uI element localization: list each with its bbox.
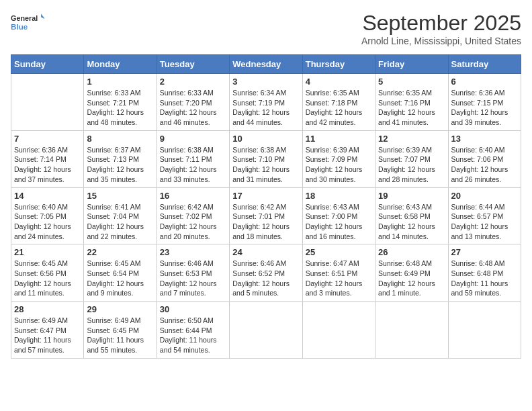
title-area: September 2025 Arnold Line, Mississippi,… bbox=[361, 11, 521, 46]
weekday-header-wednesday: Wednesday bbox=[230, 55, 302, 74]
calendar-cell: 6Sunrise: 6:36 AM Sunset: 7:15 PM Daylig… bbox=[448, 74, 521, 131]
calendar-cell: 26Sunrise: 6:48 AM Sunset: 6:49 PM Dayli… bbox=[375, 244, 448, 302]
calendar-cell: 23Sunrise: 6:46 AM Sunset: 6:53 PM Dayli… bbox=[157, 244, 229, 302]
calendar-cell: 28Sunrise: 6:49 AM Sunset: 6:47 PM Dayli… bbox=[11, 302, 84, 359]
calendar-cell: 4Sunrise: 6:35 AM Sunset: 7:18 PM Daylig… bbox=[302, 74, 375, 131]
day-number: 3 bbox=[232, 77, 299, 87]
day-info: Sunrise: 6:49 AM Sunset: 6:45 PM Dayligh… bbox=[87, 316, 153, 355]
day-info: Sunrise: 6:49 AM Sunset: 6:47 PM Dayligh… bbox=[14, 316, 81, 355]
day-info: Sunrise: 6:47 AM Sunset: 6:51 PM Dayligh… bbox=[306, 259, 372, 298]
calendar-week-row: 14Sunrise: 6:40 AM Sunset: 7:05 PM Dayli… bbox=[11, 187, 521, 244]
svg-text:Blue: Blue bbox=[11, 22, 28, 31]
day-info: Sunrise: 6:34 AM Sunset: 7:19 PM Dayligh… bbox=[232, 88, 299, 128]
logo: General Blue bbox=[11, 11, 44, 38]
calendar-cell: 27Sunrise: 6:48 AM Sunset: 6:48 PM Dayli… bbox=[448, 244, 521, 302]
calendar-table: SundayMondayTuesdayWednesdayThursdayFrid… bbox=[11, 54, 521, 359]
weekday-header-friday: Friday bbox=[375, 55, 448, 74]
day-info: Sunrise: 6:48 AM Sunset: 6:49 PM Dayligh… bbox=[378, 259, 445, 298]
day-number: 28 bbox=[14, 304, 81, 314]
day-info: Sunrise: 6:38 AM Sunset: 7:11 PM Dayligh… bbox=[160, 145, 226, 185]
day-info: Sunrise: 6:40 AM Sunset: 7:05 PM Dayligh… bbox=[14, 202, 81, 242]
day-number: 15 bbox=[87, 191, 153, 201]
calendar-cell: 15Sunrise: 6:41 AM Sunset: 7:04 PM Dayli… bbox=[84, 187, 157, 244]
day-number: 5 bbox=[378, 77, 445, 87]
day-info: Sunrise: 6:36 AM Sunset: 7:14 PM Dayligh… bbox=[14, 145, 81, 185]
day-number: 9 bbox=[160, 134, 226, 144]
day-info: Sunrise: 6:33 AM Sunset: 7:20 PM Dayligh… bbox=[160, 88, 226, 128]
day-info: Sunrise: 6:33 AM Sunset: 7:21 PM Dayligh… bbox=[87, 88, 153, 128]
calendar-cell: 22Sunrise: 6:45 AM Sunset: 6:54 PM Dayli… bbox=[84, 244, 157, 302]
header: General Blue September 2025 Arnold Line,… bbox=[11, 11, 521, 46]
calendar-cell: 2Sunrise: 6:33 AM Sunset: 7:20 PM Daylig… bbox=[157, 74, 229, 131]
calendar-cell: 1Sunrise: 6:33 AM Sunset: 7:21 PM Daylig… bbox=[84, 74, 157, 131]
weekday-header-thursday: Thursday bbox=[302, 55, 375, 74]
day-info: Sunrise: 6:39 AM Sunset: 7:07 PM Dayligh… bbox=[378, 145, 445, 185]
day-number: 27 bbox=[451, 247, 518, 257]
day-number: 20 bbox=[451, 191, 518, 201]
calendar-cell: 14Sunrise: 6:40 AM Sunset: 7:05 PM Dayli… bbox=[11, 187, 84, 244]
day-number: 2 bbox=[160, 77, 226, 87]
day-number: 24 bbox=[232, 247, 299, 257]
calendar-week-row: 21Sunrise: 6:45 AM Sunset: 6:56 PM Dayli… bbox=[11, 244, 521, 302]
month-title: September 2025 bbox=[361, 11, 521, 36]
day-number: 14 bbox=[14, 191, 81, 201]
weekday-header-saturday: Saturday bbox=[448, 55, 521, 74]
calendar-cell: 3Sunrise: 6:34 AM Sunset: 7:19 PM Daylig… bbox=[230, 74, 302, 131]
day-info: Sunrise: 6:38 AM Sunset: 7:10 PM Dayligh… bbox=[232, 145, 299, 185]
day-info: Sunrise: 6:41 AM Sunset: 7:04 PM Dayligh… bbox=[87, 202, 153, 242]
weekday-header-sunday: Sunday bbox=[11, 55, 84, 74]
day-number: 8 bbox=[87, 134, 153, 144]
calendar-cell bbox=[448, 302, 521, 359]
calendar-cell: 29Sunrise: 6:49 AM Sunset: 6:45 PM Dayli… bbox=[84, 302, 157, 359]
day-info: Sunrise: 6:39 AM Sunset: 7:09 PM Dayligh… bbox=[306, 145, 372, 185]
location-subtitle: Arnold Line, Mississippi, United States bbox=[361, 36, 521, 46]
weekday-header-row: SundayMondayTuesdayWednesdayThursdayFrid… bbox=[11, 55, 521, 74]
day-info: Sunrise: 6:46 AM Sunset: 6:53 PM Dayligh… bbox=[160, 259, 226, 298]
day-number: 26 bbox=[378, 247, 445, 257]
day-number: 23 bbox=[160, 247, 226, 257]
calendar-cell: 11Sunrise: 6:39 AM Sunset: 7:09 PM Dayli… bbox=[302, 130, 375, 187]
day-number: 17 bbox=[232, 191, 299, 201]
calendar-cell bbox=[11, 74, 84, 131]
calendar-cell: 9Sunrise: 6:38 AM Sunset: 7:11 PM Daylig… bbox=[157, 130, 229, 187]
day-info: Sunrise: 6:35 AM Sunset: 7:18 PM Dayligh… bbox=[306, 88, 372, 128]
calendar-week-row: 28Sunrise: 6:49 AM Sunset: 6:47 PM Dayli… bbox=[11, 302, 521, 359]
svg-marker-2 bbox=[41, 14, 44, 19]
weekday-header-monday: Monday bbox=[84, 55, 157, 74]
day-info: Sunrise: 6:43 AM Sunset: 7:00 PM Dayligh… bbox=[306, 202, 372, 242]
calendar-cell: 13Sunrise: 6:40 AM Sunset: 7:06 PM Dayli… bbox=[448, 130, 521, 187]
calendar-week-row: 7Sunrise: 6:36 AM Sunset: 7:14 PM Daylig… bbox=[11, 130, 521, 187]
day-number: 12 bbox=[378, 134, 445, 144]
day-number: 13 bbox=[451, 134, 518, 144]
calendar-cell bbox=[302, 302, 375, 359]
day-info: Sunrise: 6:50 AM Sunset: 6:44 PM Dayligh… bbox=[160, 316, 226, 355]
day-info: Sunrise: 6:43 AM Sunset: 6:58 PM Dayligh… bbox=[378, 202, 445, 242]
calendar-cell: 7Sunrise: 6:36 AM Sunset: 7:14 PM Daylig… bbox=[11, 130, 84, 187]
day-number: 11 bbox=[306, 134, 372, 144]
calendar-cell: 25Sunrise: 6:47 AM Sunset: 6:51 PM Dayli… bbox=[302, 244, 375, 302]
weekday-header-tuesday: Tuesday bbox=[157, 55, 229, 74]
day-info: Sunrise: 6:36 AM Sunset: 7:15 PM Dayligh… bbox=[451, 88, 518, 128]
day-info: Sunrise: 6:44 AM Sunset: 6:57 PM Dayligh… bbox=[451, 202, 518, 242]
day-info: Sunrise: 6:46 AM Sunset: 6:52 PM Dayligh… bbox=[232, 259, 299, 298]
day-number: 22 bbox=[87, 247, 153, 257]
day-number: 18 bbox=[306, 191, 372, 201]
day-number: 30 bbox=[160, 304, 226, 314]
calendar-cell: 10Sunrise: 6:38 AM Sunset: 7:10 PM Dayli… bbox=[230, 130, 302, 187]
calendar-cell bbox=[230, 302, 302, 359]
logo-icon: General Blue bbox=[11, 11, 44, 38]
calendar-week-row: 1Sunrise: 6:33 AM Sunset: 7:21 PM Daylig… bbox=[11, 74, 521, 131]
day-info: Sunrise: 6:42 AM Sunset: 7:02 PM Dayligh… bbox=[160, 202, 226, 242]
calendar-cell: 24Sunrise: 6:46 AM Sunset: 6:52 PM Dayli… bbox=[230, 244, 302, 302]
day-number: 16 bbox=[160, 191, 226, 201]
day-number: 19 bbox=[378, 191, 445, 201]
calendar-cell: 12Sunrise: 6:39 AM Sunset: 7:07 PM Dayli… bbox=[375, 130, 448, 187]
day-info: Sunrise: 6:42 AM Sunset: 7:01 PM Dayligh… bbox=[232, 202, 299, 242]
day-number: 4 bbox=[306, 77, 372, 87]
day-number: 10 bbox=[232, 134, 299, 144]
day-number: 6 bbox=[451, 77, 518, 87]
day-number: 7 bbox=[14, 134, 81, 144]
day-info: Sunrise: 6:45 AM Sunset: 6:56 PM Dayligh… bbox=[14, 259, 81, 298]
calendar-cell: 18Sunrise: 6:43 AM Sunset: 7:00 PM Dayli… bbox=[302, 187, 375, 244]
day-number: 25 bbox=[306, 247, 372, 257]
